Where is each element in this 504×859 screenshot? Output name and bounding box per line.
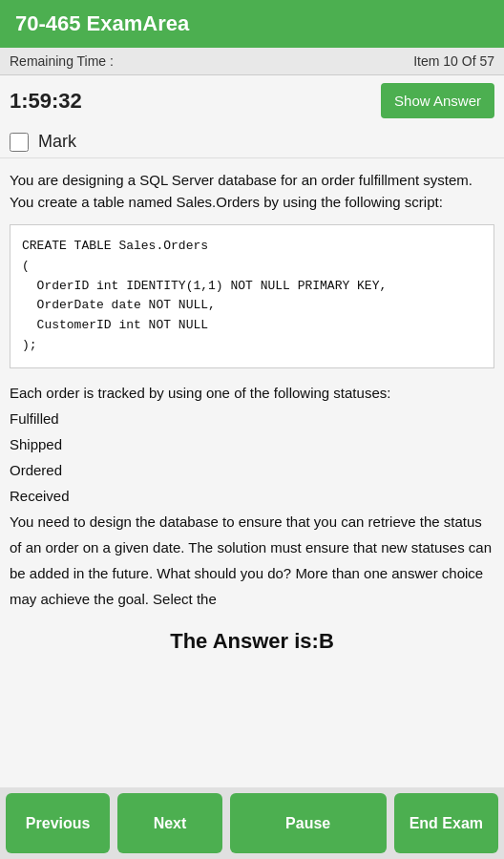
statuses-outro: You need to design the database to ensur… (10, 513, 492, 607)
question-content: You are designing a SQL Server database … (0, 158, 504, 787)
item-count: Item 10 Of 57 (413, 53, 494, 69)
statuses-intro: Each order is tracked by using one of th… (10, 385, 390, 401)
question-text: You are designing a SQL Server database … (10, 170, 494, 213)
app-title: 70-465 ExamArea (15, 11, 189, 35)
remaining-time-label: Remaining Time : (10, 53, 114, 69)
end-exam-button[interactable]: End Exam (394, 793, 498, 853)
statuses-text: Each order is tracked by using one of th… (10, 380, 494, 612)
timer-row: 1:59:32 Show Answer (0, 75, 504, 126)
mark-checkbox[interactable] (10, 133, 29, 152)
bottom-navigation: Previous Next Pause End Exam (0, 787, 504, 859)
pause-button[interactable]: Pause (230, 793, 387, 853)
previous-button[interactable]: Previous (6, 793, 110, 853)
info-bar: Remaining Time : Item 10 Of 57 (0, 48, 504, 75)
mark-row: Mark (0, 126, 504, 158)
mark-label[interactable]: Mark (38, 132, 76, 152)
app-header: 70-465 ExamArea (0, 0, 504, 48)
code-block: CREATE TABLE Sales.Orders ( OrderID int … (10, 224, 494, 368)
status-received: Received (10, 488, 70, 504)
next-button[interactable]: Next (117, 793, 221, 853)
status-fulfilled: Fulfilled (10, 410, 59, 427)
answer-reveal: The Answer is:B (10, 619, 494, 658)
timer-display: 1:59:32 (10, 89, 82, 114)
status-ordered: Ordered (10, 462, 62, 478)
show-answer-button[interactable]: Show Answer (381, 83, 494, 118)
status-shipped: Shipped (10, 436, 62, 452)
